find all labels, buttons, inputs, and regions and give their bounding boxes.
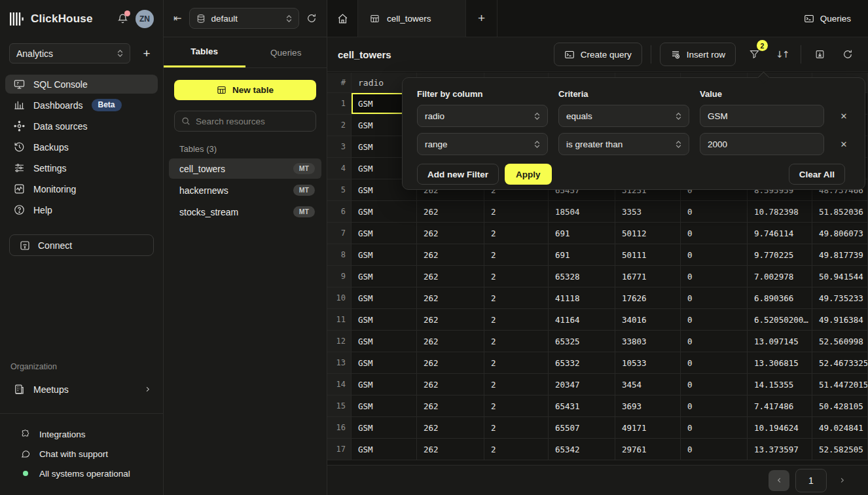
table-cell[interactable]: 65431 [549, 395, 615, 417]
table-cell[interactable]: 3454 [615, 374, 681, 395]
table-cell[interactable]: 0 [681, 352, 748, 374]
table-cell[interactable]: 49.024841 [812, 417, 868, 439]
table-cell[interactable]: GSM [352, 395, 417, 417]
table-cell[interactable]: 2 [484, 374, 549, 395]
search-input[interactable] [196, 117, 312, 126]
table-cell[interactable]: 2 [484, 352, 549, 374]
table-cell[interactable]: 6.52050200… [748, 309, 812, 331]
open-tab-cell-towers[interactable]: cell_towers [358, 0, 466, 37]
table-cell[interactable]: 65325 [549, 331, 615, 352]
table-cell[interactable]: 13.097145 [748, 331, 812, 352]
table-cell[interactable]: 2 [484, 244, 549, 266]
create-query-button[interactable]: Create query [554, 43, 642, 66]
table-cell[interactable]: 49.806073 [812, 223, 868, 244]
table-cell[interactable]: GSM [352, 244, 417, 266]
table-cell[interactable]: 34016 [615, 309, 681, 331]
add-workspace-button[interactable]: + [139, 46, 154, 61]
filter-criteria-select[interactable]: is greater than [558, 133, 689, 155]
table-cell[interactable]: 0 [681, 287, 748, 309]
sidebar-item-dashboards[interactable]: Dashboards Beta [5, 96, 158, 115]
table-cell[interactable]: 0 [681, 439, 748, 460]
table-cell[interactable]: 0 [681, 244, 748, 266]
table-cell[interactable]: 2 [484, 223, 549, 244]
sidebar-item-monitoring[interactable]: Monitoring [5, 179, 158, 198]
table-cell[interactable]: 6.890366 [748, 287, 812, 309]
table-cell[interactable]: 691 [549, 223, 615, 244]
table-cell[interactable]: 262 [417, 395, 484, 417]
filter-value-input[interactable] [700, 105, 824, 127]
table-cell[interactable]: 262 [417, 223, 484, 244]
search-box[interactable] [174, 111, 316, 132]
filter-criteria-select[interactable]: equals [558, 105, 689, 127]
system-status[interactable]: All systems operational [0, 464, 163, 483]
table-cell[interactable]: 2 [484, 201, 549, 223]
table-cell[interactable]: 49.817739 [812, 244, 868, 266]
filter-button[interactable]: 2 [744, 45, 764, 64]
chat-support-link[interactable]: Chat with support [0, 444, 163, 464]
remove-filter-icon[interactable]: ✕ [835, 135, 853, 153]
table-cell[interactable]: 65332 [549, 352, 615, 374]
sort-button[interactable]: ↓↑ [772, 45, 792, 64]
table-cell[interactable]: 52.582505 [812, 439, 868, 460]
table-cell[interactable]: GSM [352, 374, 417, 395]
new-tab-button[interactable]: + [466, 0, 497, 37]
refresh-table-button[interactable] [838, 45, 858, 64]
sidebar-item-meetups[interactable]: Meetups [5, 379, 158, 399]
table-cell[interactable]: GSM [352, 352, 417, 374]
table-cell[interactable]: 50.941544 [812, 266, 868, 287]
table-cell[interactable]: 0 [681, 223, 748, 244]
workspace-select[interactable]: Analytics [9, 43, 130, 64]
table-cell[interactable]: 7.417486 [748, 395, 812, 417]
tab-queries[interactable]: Queries [245, 37, 327, 67]
next-page-button[interactable] [833, 470, 851, 491]
table-cell[interactable]: 49.916384 [812, 309, 868, 331]
collapse-panel-icon[interactable]: ⇤ [173, 12, 182, 24]
column-header-index[interactable]: # [327, 73, 352, 93]
table-cell[interactable]: 50.428105 [812, 395, 868, 417]
table-cell[interactable]: 0 [681, 266, 748, 287]
queries-button[interactable]: Queries [804, 14, 851, 24]
table-list-item-hackernews[interactable]: hackernews MT [169, 180, 321, 200]
table-cell[interactable]: 2 [484, 331, 549, 352]
insert-row-button[interactable]: Insert row [660, 43, 736, 66]
sidebar-item-help[interactable]: Help [5, 200, 158, 219]
table-cell[interactable]: 262 [417, 309, 484, 331]
current-page-button[interactable]: 1 [795, 469, 827, 492]
table-cell[interactable]: 262 [417, 287, 484, 309]
table-cell[interactable]: 2 [484, 266, 549, 287]
table-cell[interactable]: GSM [352, 287, 417, 309]
table-cell[interactable]: 0 [681, 417, 748, 439]
new-table-button[interactable]: New table [174, 80, 316, 100]
table-cell[interactable]: 0 [681, 374, 748, 395]
table-cell[interactable]: GSM [352, 331, 417, 352]
table-cell[interactable]: 9.770225 [748, 244, 812, 266]
table-cell[interactable]: 262 [417, 374, 484, 395]
table-cell[interactable]: 262 [417, 439, 484, 460]
tab-tables[interactable]: Tables [164, 37, 245, 67]
table-cell[interactable]: 2 [484, 417, 549, 439]
table-list-item-cell-towers[interactable]: cell_towers MT [169, 158, 321, 179]
table-cell[interactable]: 262 [417, 266, 484, 287]
table-cell[interactable]: 51.852036 [812, 201, 868, 223]
table-cell[interactable]: 10.194624 [748, 417, 812, 439]
database-select[interactable]: default [189, 8, 299, 29]
table-cell[interactable]: 0 [681, 201, 748, 223]
table-cell[interactable]: 7.002978 [748, 266, 812, 287]
table-cell[interactable]: 2 [484, 439, 549, 460]
refresh-databases-icon[interactable] [306, 13, 317, 24]
home-button[interactable] [327, 0, 358, 37]
table-cell[interactable]: 41164 [549, 309, 615, 331]
table-cell[interactable]: 13.306815 [748, 352, 812, 374]
connect-button[interactable]: Connect [9, 234, 154, 256]
table-cell[interactable]: 0 [681, 331, 748, 352]
clear-all-button[interactable]: Clear All [789, 164, 845, 185]
table-cell[interactable]: 9.746114 [748, 223, 812, 244]
table-cell[interactable]: 14.15355 [748, 374, 812, 395]
table-cell[interactable]: 3353 [615, 201, 681, 223]
table-cell[interactable]: 13.373597 [748, 439, 812, 460]
filter-value-input[interactable] [700, 133, 824, 155]
table-cell[interactable]: 262 [417, 244, 484, 266]
table-cell[interactable]: 262 [417, 331, 484, 352]
table-cell[interactable]: GSM [352, 201, 417, 223]
table-cell[interactable]: GSM [352, 223, 417, 244]
